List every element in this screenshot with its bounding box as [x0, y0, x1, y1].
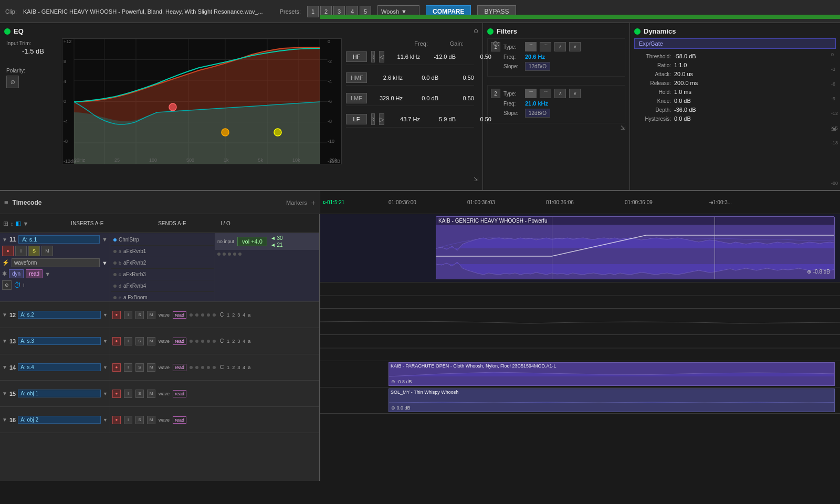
track-16-name[interactable]: A: obj 2: [18, 416, 101, 424]
waveform-track-13[interactable]: [320, 309, 840, 335]
waveform-track-16[interactable]: SOL_MY - Thin Whispy Whoosh ⊕ 0.0 dB: [320, 387, 840, 414]
filter-2-slope-button[interactable]: 12dB/O: [525, 109, 550, 118]
track-12-name[interactable]: A: s.2: [18, 311, 101, 319]
track-16-i-button[interactable]: I: [124, 416, 132, 424]
track-14-name[interactable]: A: s.4: [18, 363, 101, 371]
track-11-solo-button[interactable]: S: [28, 246, 40, 256]
insert-fxboom[interactable]: e a FxBoom: [111, 292, 214, 301]
track-14-collapse[interactable]: ▼: [2, 364, 7, 370]
hysteresis-value[interactable]: 0.0 dB: [674, 116, 691, 122]
track-16-s-button[interactable]: S: [135, 416, 144, 424]
waveform-track-14[interactable]: [320, 335, 840, 361]
track-11-pan-r[interactable]: ◄ 21: [270, 242, 283, 248]
filters-expand-button[interactable]: ⇲: [487, 124, 625, 131]
track-11-dyn-badge[interactable]: dyn: [9, 269, 24, 278]
waveform-clip-11[interactable]: KAIB - GENERIC HEAVY WHOOSH - Powerfu: [436, 216, 835, 279]
release-value[interactable]: 200.0 ms: [674, 80, 698, 86]
track-14-m-button[interactable]: M: [147, 363, 155, 372]
filters-power-indicator[interactable]: [487, 28, 494, 35]
hmf-band-button[interactable]: HMF: [346, 72, 367, 83]
depth-value[interactable]: -36.0 dB: [674, 107, 696, 113]
insert-afxrvrb2[interactable]: b aFxRvrb2: [111, 257, 214, 269]
track-13-collapse[interactable]: ▼: [2, 338, 7, 344]
eq-collapse[interactable]: ⊙: [474, 28, 478, 35]
filter-2-type-notch[interactable]: ∨: [569, 89, 581, 98]
knee-value[interactable]: 0.0 dB: [674, 98, 691, 104]
track-16-menu[interactable]: ▼: [103, 417, 108, 423]
hold-value[interactable]: 1.0 ms: [674, 89, 691, 95]
track-11-name[interactable]: A: s.1: [18, 235, 100, 244]
hf-band-button[interactable]: HF: [346, 51, 367, 62]
filter-2-type-lp[interactable]: ∧: [554, 89, 566, 98]
track-12-m-button[interactable]: M: [147, 311, 155, 319]
track-16-m-button[interactable]: M: [147, 416, 155, 424]
filter-2-type-bp[interactable]: ⌒: [540, 89, 551, 98]
track-11-pan-l[interactable]: ◄ 30: [270, 235, 283, 241]
eq-power-indicator[interactable]: [4, 28, 10, 35]
track-11-input-button[interactable]: I: [15, 246, 27, 256]
threshold-value[interactable]: -58.0 dB: [674, 53, 696, 59]
grid-view-icon[interactable]: ⊞: [3, 220, 8, 227]
track-15-s-button[interactable]: S: [135, 390, 144, 398]
waveform-clip-15[interactable]: KAIB - PARACHUTE OPEN - Cloth Whoosh, Ny…: [388, 362, 835, 386]
add-marker-button[interactable]: +: [311, 198, 316, 207]
track-16-record-button[interactable]: ●: [112, 416, 121, 424]
track-12-i-button[interactable]: I: [124, 311, 132, 319]
track-11-read-badge[interactable]: read: [26, 269, 43, 278]
track-14-menu[interactable]: ▼: [103, 365, 108, 370]
insert-afxrvrb1[interactable]: a aFxRvrb1: [111, 246, 214, 257]
track-12-collapse[interactable]: ▼: [2, 312, 7, 318]
grid-icon[interactable]: ≡: [4, 198, 8, 206]
lf-band-button[interactable]: LF: [346, 114, 367, 124]
lf-bell-icon[interactable]: ⌇: [371, 113, 375, 125]
dynamics-mode-button[interactable]: Exp/Gate: [634, 38, 836, 49]
track-12-s-button[interactable]: S: [135, 311, 144, 319]
track-14-i-button[interactable]: I: [124, 363, 132, 372]
filter-1-freq-value[interactable]: 20.6 Hz: [525, 54, 545, 60]
filter-2-freq-value[interactable]: 21.0 kHz: [525, 100, 548, 107]
filter-1-type-lp[interactable]: ∧: [554, 42, 566, 51]
track-11-menu[interactable]: ▼: [102, 236, 108, 243]
filter-1-type-hp[interactable]: ⌒: [525, 42, 537, 51]
track-16-collapse[interactable]: ▼: [2, 417, 7, 423]
filter-1-type-notch[interactable]: ∨: [569, 42, 581, 51]
input-trim-value[interactable]: -1.5 dB: [6, 47, 60, 55]
track-15-name[interactable]: A: obj 1: [18, 390, 101, 397]
eq-canvas[interactable]: +12840-4-8-12dB 0-2-4-6-8-10-12dB: [62, 38, 342, 164]
filter-1-type-bp[interactable]: ⌒: [540, 42, 551, 51]
track-15-menu[interactable]: ▼: [103, 391, 108, 396]
track-11-mute-button[interactable]: M: [41, 246, 53, 256]
track-11-vol-display[interactable]: vol +4.0: [237, 237, 267, 246]
waveform-track-12[interactable]: [320, 282, 840, 309]
track-15-record-button[interactable]: ●: [112, 390, 121, 398]
filter-1-slope-button[interactable]: 12dB/O: [525, 62, 550, 71]
track-15-i-button[interactable]: I: [124, 390, 132, 398]
hf-shelf-icon[interactable]: ◁: [379, 51, 384, 62]
track-13-s-button[interactable]: S: [135, 337, 144, 345]
hf-bell-icon[interactable]: ⌇: [371, 51, 375, 62]
dynamics-power-indicator[interactable]: [634, 28, 640, 35]
track-13-m-button[interactable]: M: [147, 337, 155, 345]
lf-shelf-icon[interactable]: ▷: [379, 113, 384, 125]
track-11-icon-a[interactable]: ⊙: [2, 280, 12, 290]
display-icon[interactable]: ◧: [16, 220, 21, 227]
attack-value[interactable]: 20.0 us: [674, 71, 693, 77]
polarity-button[interactable]: ∅: [6, 76, 19, 88]
track-11-collapse[interactable]: ▼: [2, 237, 7, 243]
track-11-record-button[interactable]: ●: [2, 246, 14, 256]
waveform-clip-16[interactable]: SOL_MY - Thin Whispy Whoosh ⊕ 0.0 dB: [388, 388, 835, 412]
track-14-s-button[interactable]: S: [135, 363, 144, 372]
filter-2-type-hp[interactable]: ⌒: [525, 89, 537, 98]
track-11-waveform-select[interactable]: waveform: [12, 258, 100, 267]
track-11-read-arrow[interactable]: ▼: [45, 271, 50, 277]
track-13-i-button[interactable]: I: [124, 337, 132, 345]
ratio-value[interactable]: 1:1.0: [674, 62, 687, 68]
track-15-collapse[interactable]: ▼: [2, 391, 7, 396]
insert-afxrvrb4[interactable]: d aFxRvrb4: [111, 280, 214, 292]
eq-expand-button[interactable]: ⇲: [4, 176, 478, 183]
lmf-band-button[interactable]: LMF: [346, 93, 367, 103]
waveform-track-11[interactable]: KAIB - GENERIC HEAVY WHOOSH - Powerfu: [320, 214, 840, 282]
track-13-record-button[interactable]: ●: [112, 337, 121, 345]
waveform-dropdown-arrow[interactable]: ▼: [102, 260, 108, 266]
track-12-record-button[interactable]: ●: [112, 311, 121, 319]
